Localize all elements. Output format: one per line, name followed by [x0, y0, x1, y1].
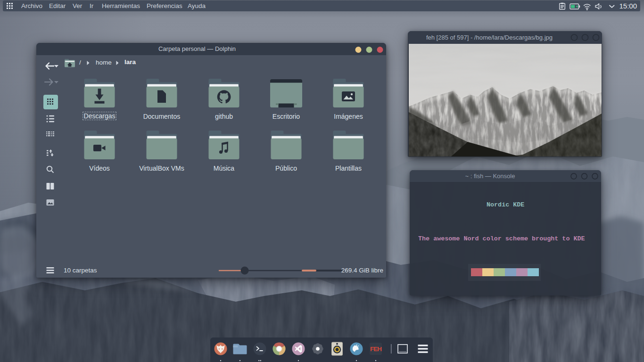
svg-text:FEH: FEH	[370, 346, 381, 353]
